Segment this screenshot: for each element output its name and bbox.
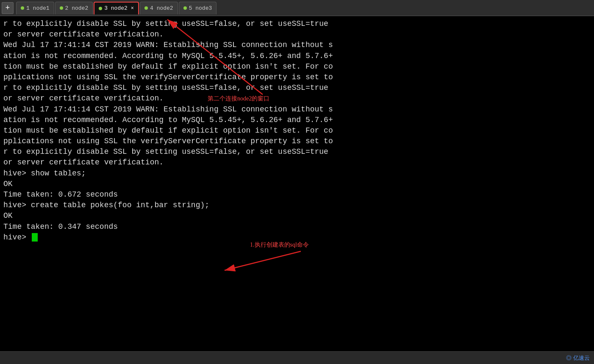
- tab-dot: [60, 6, 63, 10]
- tab-dot: [99, 7, 102, 10]
- terminal-line: Wed Jul 17 17:41:14 CST 2019 WARN: Estab…: [3, 104, 591, 115]
- tab-label: 5 node3: [189, 5, 212, 11]
- tab-node1[interactable]: 1 node1: [16, 2, 54, 14]
- tab-node2-3[interactable]: 3 node2 ×: [94, 2, 139, 14]
- terminal-line: tion must be established by default if e…: [3, 61, 591, 72]
- terminal-line: or server certificate verification.: [3, 93, 591, 104]
- tab-label: 1 node1: [26, 5, 50, 11]
- terminal-line: r to explicitly disable SSL by setting u…: [3, 83, 591, 93]
- status-bar: ◎ 亿速云: [0, 351, 594, 364]
- terminal-line: OK: [3, 211, 591, 221]
- tab-node2-4[interactable]: 4 node2: [140, 2, 178, 14]
- terminal-line: r to explicitly disable SSL by setting u…: [3, 147, 591, 157]
- terminal-line: r to explicitly disable SSL by setting u…: [3, 19, 591, 29]
- terminal-line: ation is not recommended. According to M…: [3, 51, 591, 61]
- tab-label: 3 node2: [104, 5, 128, 11]
- tab-dot: [144, 6, 148, 10]
- tab-node3[interactable]: 5 node3: [179, 2, 217, 14]
- tab-close-button[interactable]: ×: [131, 6, 134, 11]
- terminal-line: OK: [3, 179, 591, 189]
- tab-bar: + 1 node1 2 node2 3 node2 × 4 node2 5 no…: [0, 0, 594, 16]
- terminal-line: or server certificate verification.: [3, 157, 591, 168]
- tab-label: 4 node2: [150, 5, 173, 11]
- terminal-line: ation is not recommended. According to M…: [3, 115, 591, 125]
- tab-dot: [21, 6, 24, 10]
- tab-dot: [183, 6, 187, 10]
- terminal-cursor: [32, 233, 38, 242]
- terminal-line: pplications not using SSL the verifyServ…: [3, 136, 591, 147]
- brand-logo: ◎ 亿速云: [566, 354, 590, 362]
- terminal-line: pplications not using SSL the verifyServ…: [3, 72, 591, 83]
- tab-label: 2 node2: [65, 5, 89, 11]
- terminal-line: Time taken: 0.347 seconds: [3, 222, 591, 232]
- terminal-line: Time taken: 0.672 seconds: [3, 189, 591, 200]
- terminal-line: hive>: [3, 232, 591, 243]
- terminal-area[interactable]: r to explicitly disable SSL by setting u…: [0, 16, 594, 351]
- terminal-line: or server certificate verification.: [3, 29, 591, 40]
- tab-node2-2[interactable]: 2 node2: [55, 2, 93, 14]
- terminal-line: hive> create table pokes(foo int,bar str…: [3, 200, 591, 211]
- svg-line-1: [225, 251, 301, 270]
- new-tab-button[interactable]: +: [2, 2, 14, 14]
- terminal-line: tion must be established by default if e…: [3, 125, 591, 136]
- terminal-line: Wed Jul 17 17:41:14 CST 2019 WARN: Estab…: [3, 40, 591, 50]
- terminal-line: hive> show tables;: [3, 168, 591, 179]
